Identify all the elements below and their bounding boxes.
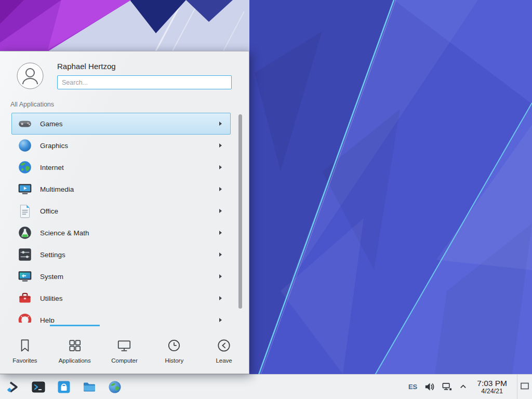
submenu-arrow-icon bbox=[219, 318, 222, 322]
tab-applications[interactable]: Applications bbox=[50, 325, 100, 374]
browser-globe-icon bbox=[108, 380, 122, 394]
user-avatar bbox=[17, 62, 44, 89]
taskbar-app-icons bbox=[5, 379, 123, 395]
show-desktop-icon bbox=[520, 381, 530, 393]
discover-button[interactable] bbox=[56, 379, 72, 395]
submenu-arrow-icon bbox=[219, 274, 222, 278]
flask-icon bbox=[17, 225, 33, 241]
kickoff-icon bbox=[6, 380, 20, 394]
category-games[interactable]: Games bbox=[11, 113, 231, 135]
grid-icon bbox=[67, 338, 83, 353]
gamepad-icon bbox=[17, 116, 33, 131]
category-office[interactable]: Office bbox=[11, 200, 231, 222]
category-label: Office bbox=[40, 207, 58, 215]
system-tray: ES 7:03 PM 4/24/21 bbox=[408, 375, 532, 399]
tab-favorites[interactable]: Favorites bbox=[0, 325, 50, 374]
scrollbar-thumb[interactable] bbox=[238, 114, 242, 309]
submenu-arrow-icon bbox=[219, 252, 222, 257]
system-monitor-icon bbox=[17, 269, 33, 284]
globe-icon bbox=[17, 159, 33, 175]
volume-icon[interactable] bbox=[424, 381, 435, 392]
category-label: Science & Math bbox=[40, 229, 89, 237]
category-help[interactable]: Help bbox=[11, 309, 231, 323]
terminal-icon bbox=[31, 380, 46, 394]
submenu-arrow-icon bbox=[219, 231, 222, 235]
clock-time: 7:03 PM bbox=[477, 379, 507, 388]
monitor-icon bbox=[116, 338, 132, 353]
tab-leave[interactable]: Leave bbox=[199, 325, 249, 374]
toolbox-icon bbox=[17, 290, 33, 306]
category-internet[interactable]: Internet bbox=[11, 156, 231, 178]
category-system[interactable]: System bbox=[11, 265, 231, 287]
submenu-arrow-icon bbox=[219, 209, 222, 213]
category-label: Multimedia bbox=[40, 185, 74, 193]
tab-history[interactable]: History bbox=[149, 325, 199, 374]
category-list: Games Graphics Internet bbox=[0, 113, 249, 323]
discover-icon bbox=[57, 380, 71, 394]
clock-icon bbox=[166, 338, 182, 353]
launcher-header: Raphael Hertzog bbox=[0, 51, 249, 95]
sliders-icon bbox=[17, 247, 33, 262]
category-utilities[interactable]: Utilities bbox=[11, 287, 231, 309]
category-label: Games bbox=[40, 120, 63, 128]
submenu-arrow-icon bbox=[219, 165, 222, 169]
tab-label: Applications bbox=[59, 357, 91, 364]
terminal-button[interactable] bbox=[31, 379, 46, 395]
tab-computer[interactable]: Computer bbox=[100, 325, 150, 374]
lifebuoy-icon bbox=[17, 312, 33, 323]
submenu-arrow-icon bbox=[219, 143, 222, 148]
network-icon[interactable] bbox=[442, 381, 453, 392]
taskbar: ES 7:03 PM 4/24/21 bbox=[0, 374, 532, 399]
folder-icon bbox=[82, 380, 97, 394]
digital-clock[interactable]: 7:03 PM 4/24/21 bbox=[477, 379, 507, 395]
web-browser-button[interactable] bbox=[107, 379, 123, 395]
category-science-math[interactable]: Science & Math bbox=[11, 222, 231, 244]
expand-tray-icon[interactable] bbox=[459, 383, 467, 391]
clock-date: 4/24/21 bbox=[477, 388, 507, 395]
category-multimedia[interactable]: Multimedia bbox=[11, 178, 231, 200]
category-label: Settings bbox=[40, 251, 65, 259]
launcher-tabbar: Favorites Applications Computer bbox=[0, 325, 249, 374]
tab-label: Computer bbox=[111, 357, 138, 364]
application-launcher-menu: Raphael Hertzog All Applications Games G… bbox=[0, 51, 249, 374]
user-name: Raphael Hertzog bbox=[57, 62, 232, 71]
tab-label: Favorites bbox=[12, 357, 37, 364]
exit-icon bbox=[216, 338, 232, 353]
show-desktop-button[interactable] bbox=[517, 375, 532, 399]
category-settings[interactable]: Settings bbox=[11, 244, 231, 265]
search-input[interactable] bbox=[57, 75, 232, 89]
category-graphics[interactable]: Graphics bbox=[11, 135, 231, 156]
bookmark-icon bbox=[17, 338, 33, 353]
paint-sphere-icon bbox=[17, 138, 33, 153]
document-icon bbox=[17, 203, 33, 219]
app-launcher-button[interactable] bbox=[5, 379, 21, 395]
file-manager-button[interactable] bbox=[82, 379, 97, 395]
category-label: Help bbox=[40, 316, 55, 323]
category-label: Internet bbox=[40, 164, 64, 171]
submenu-arrow-icon bbox=[219, 296, 222, 300]
keyboard-layout-indicator[interactable]: ES bbox=[408, 383, 417, 391]
section-label: All Applications bbox=[0, 95, 249, 113]
submenu-arrow-icon bbox=[219, 187, 222, 191]
category-label: System bbox=[40, 273, 63, 281]
tab-label: Leave bbox=[216, 357, 232, 364]
media-screen-icon bbox=[17, 181, 33, 197]
category-label: Utilities bbox=[40, 295, 63, 302]
category-label: Graphics bbox=[40, 142, 68, 150]
submenu-arrow-icon bbox=[219, 122, 222, 126]
tab-label: History bbox=[165, 357, 183, 364]
